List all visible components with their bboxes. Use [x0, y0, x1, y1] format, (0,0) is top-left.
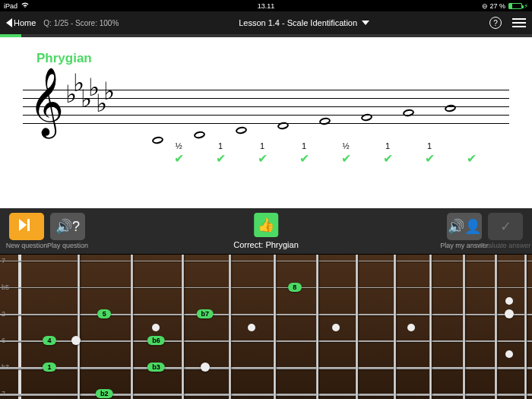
- fret: [429, 255, 432, 399]
- home-button[interactable]: Home: [6, 18, 36, 27]
- inlay-dot: [248, 324, 255, 331]
- wifi-icon: [21, 2, 30, 10]
- thumbs-up-icon: 👍: [254, 213, 278, 237]
- string-label: 2: [2, 310, 5, 318]
- interval-item: 1✔: [258, 141, 268, 166]
- string-label: b5: [2, 283, 9, 291]
- interval-label: 1: [260, 141, 264, 150]
- interval-item: ½✔: [341, 141, 351, 166]
- check-icon: ✔: [216, 151, 226, 166]
- note: [193, 131, 205, 139]
- fret: [78, 255, 80, 399]
- clock: 13.11: [179, 2, 353, 10]
- inlay-dot: [152, 324, 160, 331]
- fret-marker[interactable]: [505, 309, 514, 318]
- svg-marker-0: [19, 219, 27, 231]
- new-question-label: New question: [6, 242, 48, 249]
- treble-clef-icon: 𝄞: [29, 72, 64, 131]
- interval-item: ½✔: [174, 141, 184, 166]
- speaker-user-icon: 🔊👤: [448, 218, 481, 235]
- new-question-button[interactable]: New question: [9, 213, 44, 249]
- fret-note[interactable]: b2: [96, 389, 113, 398]
- inlay-dot: [332, 324, 340, 331]
- note: [318, 117, 331, 125]
- svg-rect-1: [27, 219, 30, 231]
- fret-marker[interactable]: [71, 336, 81, 345]
- fret: [316, 255, 318, 399]
- string-label: 7: [2, 390, 5, 397]
- charging-icon: ⚡︎: [524, 2, 528, 10]
- fret: [274, 255, 276, 399]
- fret-note[interactable]: 4: [43, 336, 56, 345]
- fret-note[interactable]: b3: [147, 363, 165, 372]
- menu-button[interactable]: [512, 18, 526, 27]
- fret: [131, 255, 133, 399]
- fret-note[interactable]: 8: [288, 283, 302, 292]
- interval-item: 1✔: [299, 141, 309, 166]
- chevron-down-icon: [362, 21, 369, 25]
- interval-label: ½: [342, 141, 349, 150]
- check-icon: ✔: [383, 151, 393, 166]
- device-label: iPad: [4, 2, 17, 10]
- scale-name-label: Phrygian: [36, 51, 509, 66]
- inlay-dot: [505, 297, 513, 305]
- note: [360, 113, 372, 122]
- interval-label: 1: [218, 141, 223, 150]
- fret: [356, 255, 358, 399]
- fret-note[interactable]: 5: [97, 309, 111, 318]
- result-display: 👍 Correct: Phrygian: [233, 213, 299, 249]
- speaker-question-icon: 🔊?: [55, 218, 80, 235]
- interval-label: ½: [175, 141, 182, 150]
- home-label: Home: [14, 18, 36, 27]
- progress-text: Q: 1/25 - Score: 100%: [43, 19, 119, 27]
- chevron-left-icon: [6, 18, 12, 27]
- fret: [394, 255, 396, 399]
- string-label: 6: [2, 337, 5, 344]
- battery-icon: [508, 3, 522, 9]
- fret-note[interactable]: b7: [197, 309, 214, 318]
- status-bar: iPad 13.11 ⊖ 27 % ⚡︎: [0, 0, 532, 11]
- check-icon: ✔: [425, 151, 435, 166]
- note: [402, 109, 414, 117]
- fret-marker[interactable]: [201, 363, 210, 372]
- fret-note[interactable]: 1: [43, 363, 56, 372]
- check-icon: ✔: [341, 151, 351, 166]
- note: [235, 126, 247, 135]
- orientation-lock-icon: ⊖: [482, 2, 488, 10]
- interval-item: ✔: [467, 141, 477, 166]
- help-button[interactable]: ?: [489, 17, 502, 29]
- skip-icon: [19, 219, 34, 235]
- fret: [524, 255, 527, 399]
- intervals-row: ½✔1✔1✔1✔½✔1✔1✔ ✔: [152, 141, 494, 164]
- help-icon: ?: [493, 19, 498, 27]
- fretboard[interactable]: 7b526b3714b25b3b6b78: [0, 254, 532, 399]
- note: [444, 104, 456, 112]
- fret-note[interactable]: b6: [147, 336, 165, 345]
- nav-bar: Home Q: 1/25 - Score: 100% Lesson 1.4 - …: [0, 11, 532, 34]
- play-question-button[interactable]: 🔊? Play question: [50, 213, 85, 249]
- notation-view: Phrygian 𝄞 ♭ ♭ ♭ ♭ ♭ ♭ ½✔1✔1✔1✔½✔1✔1✔ ✔: [0, 37, 532, 208]
- fret: [463, 255, 465, 399]
- interval-item: 1✔: [383, 141, 393, 166]
- note: [277, 122, 289, 130]
- lesson-title: Lesson 1.4 - Scale Identification: [239, 18, 357, 27]
- interval-item: 1✔: [425, 141, 435, 166]
- check-icon: ✔: [467, 151, 477, 166]
- battery-text: 27 %: [489, 2, 505, 10]
- interval-item: 1✔: [216, 141, 226, 166]
- play-question-label: Play question: [47, 242, 88, 249]
- string-label: 7: [2, 257, 5, 264]
- play-my-answer-button[interactable]: 🔊👤 Play my answer: [447, 213, 482, 249]
- nut: [18, 255, 21, 399]
- interval-label: 1: [385, 141, 390, 150]
- evaluate-button[interactable]: ✓ Evaluate answer: [488, 213, 523, 249]
- fret: [182, 255, 184, 399]
- inlay-dot: [505, 350, 513, 358]
- check-icon: ✓: [500, 218, 511, 235]
- evaluate-label: Evaluate answer: [480, 242, 531, 249]
- interval-label: 1: [302, 141, 306, 150]
- string-label: b3: [2, 363, 9, 371]
- lesson-selector[interactable]: Lesson 1.4 - Scale Identification: [126, 18, 482, 27]
- fret: [495, 255, 497, 399]
- control-bar: New question 🔊? Play question 👍 Correct:…: [0, 208, 532, 254]
